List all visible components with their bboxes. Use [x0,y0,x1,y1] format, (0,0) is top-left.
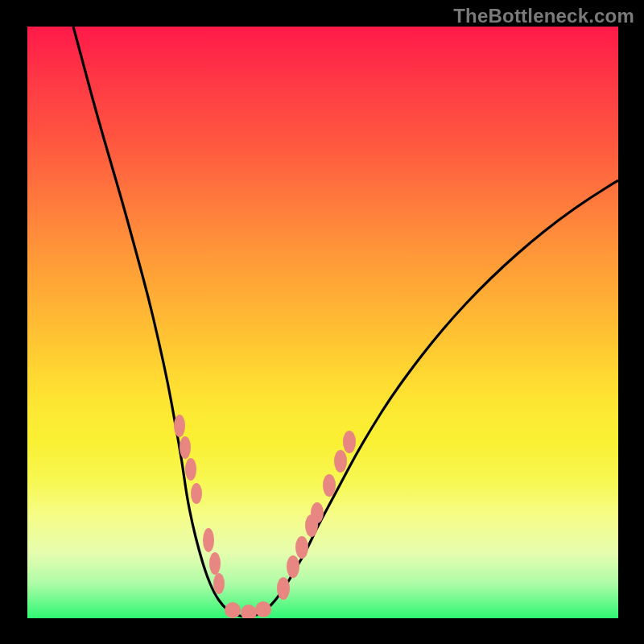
curve-marker [334,450,347,473]
watermark-text: TheBottleneck.com [453,5,634,27]
curve-marker [225,602,241,618]
curve-marker [323,474,336,497]
curve-marker [213,573,225,594]
curve-marker [295,536,308,559]
curve-marker [277,577,290,600]
bottleneck-curve [73,27,618,617]
curve-marker [191,483,202,504]
curve-marker [241,605,257,618]
curve-marker [311,502,324,523]
curve-marker [287,555,299,578]
curve-marker [203,528,214,552]
chart-frame: TheBottleneck.com [0,0,644,644]
curve-marker [180,436,191,459]
chart-svg [27,27,618,618]
curve-marker [343,431,356,453]
curve-marker [255,601,271,617]
curve-marker [185,458,196,481]
curve-markers [174,415,356,618]
curve-marker [209,552,221,575]
curve-marker [174,415,185,437]
plot-area [27,27,618,618]
